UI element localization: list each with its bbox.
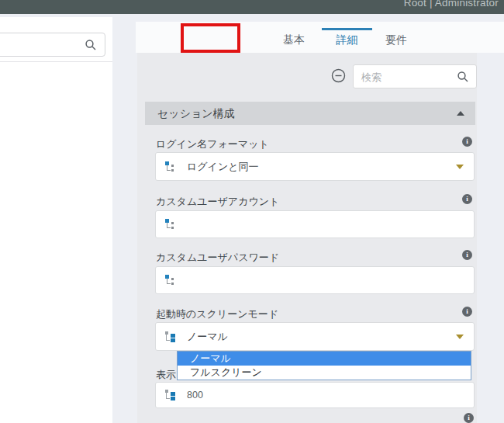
screen-mode-dropdown-popup: ノーマル フルスクリーン [177, 351, 471, 380]
logged-in-user-label: Root | Administrator [404, 0, 499, 9]
screen-mode-dropdown[interactable]: ノーマル [155, 322, 475, 351]
search-icon [457, 71, 469, 83]
field-label-display-clipped: 表示 [156, 368, 176, 382]
info-icon[interactable]: i [462, 307, 472, 317]
inherit-default-icon [165, 219, 175, 230]
dropdown-caret-icon [456, 165, 464, 169]
collapse-all-button[interactable] [331, 68, 346, 83]
app-header: Root | Administrator [0, 0, 504, 14]
inherit-default-icon [165, 275, 175, 286]
field-label-custom-password: カスタムユーザパスワード [156, 251, 279, 265]
sidebar-search-input[interactable] [0, 33, 105, 57]
info-icon-clipped[interactable]: i [464, 413, 474, 423]
login-format-dropdown[interactable]: ログインと同一 [155, 152, 475, 181]
left-panel [0, 17, 112, 423]
field-label-screen-mode: 起動時のスクリーンモード [156, 307, 278, 321]
settings-search-input[interactable]: 検索 [353, 64, 477, 88]
search-placeholder: 検索 [361, 71, 381, 85]
collapse-up-icon [457, 111, 464, 116]
tab-details[interactable]: 詳細 [322, 28, 372, 53]
input-value: 800 [187, 390, 203, 400]
panel-divider [0, 61, 112, 62]
override-icon [165, 390, 175, 400]
dropdown-caret-icon [456, 335, 464, 339]
field-label-custom-account: カスタムユーザアカウント [156, 195, 279, 209]
dropdown-option-fullscreen[interactable]: フルスクリーン [178, 366, 471, 380]
tab-bar: 基本 詳細 要件 [136, 22, 504, 53]
dropdown-option-normal[interactable]: ノーマル [178, 352, 471, 366]
dropdown-value: ログインと同一 [187, 160, 259, 174]
inherit-default-icon [165, 161, 175, 172]
override-icon [165, 331, 175, 342]
search-icon [85, 39, 97, 51]
custom-account-input[interactable] [155, 210, 475, 238]
section-title: セッション構成 [157, 102, 235, 125]
display-width-input[interactable]: 800 [155, 382, 475, 408]
dropdown-value: ノーマル [187, 330, 228, 344]
tab-basic[interactable]: 基本 [277, 28, 311, 53]
info-icon[interactable]: i [462, 137, 472, 147]
section-header-session-config[interactable]: セッション構成 [145, 102, 475, 125]
custom-password-input[interactable] [155, 266, 475, 294]
tab-requirements[interactable]: 要件 [379, 28, 413, 53]
info-icon[interactable]: i [462, 250, 472, 260]
field-label-login-format: ログイン名フォーマット [156, 137, 269, 151]
info-icon[interactable]: i [462, 194, 472, 204]
